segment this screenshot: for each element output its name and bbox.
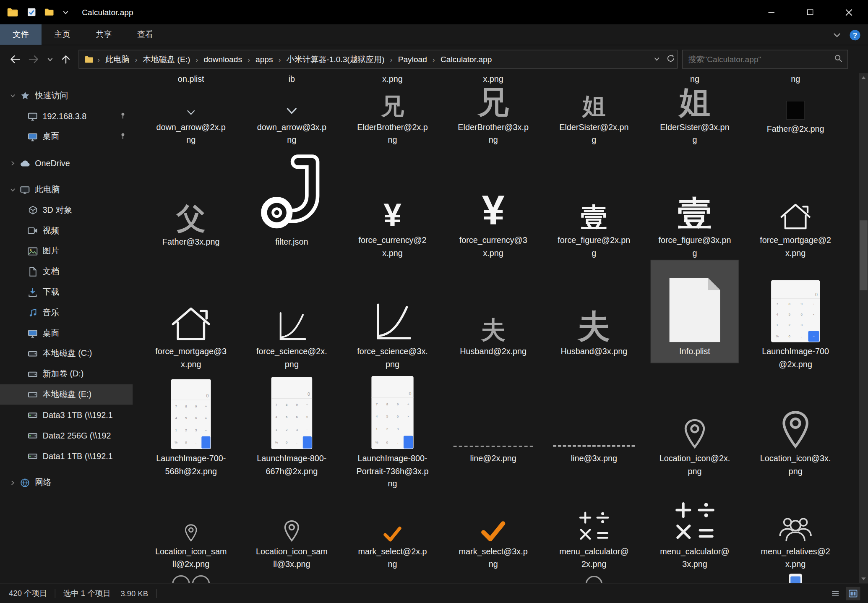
- file-tile[interactable]: Location_icon_samll@2x.png: [141, 498, 241, 572]
- file-tile[interactable]: down_arrow@3x.png: [241, 86, 342, 146]
- file-tile[interactable]: 夫Husband@3x.png: [544, 259, 644, 371]
- ribbon-tab-home[interactable]: 主页: [42, 24, 83, 45]
- file-tile[interactable]: menu_calculator@2x.png: [544, 498, 644, 572]
- breadcrumb-separator-icon[interactable]: ›: [432, 55, 435, 63]
- sidebar-item-data1[interactable]: Data1 1TB (\\192.1: [0, 446, 133, 466]
- file-tile[interactable]: 姐ElderSister@3x.png: [644, 86, 745, 146]
- file-tile[interactable]: ¥force_currency@2x.png: [342, 146, 443, 259]
- file-tile[interactable]: 0789÷456×123−%0.=LaunchImage-700-568h@2x…: [141, 371, 241, 498]
- minimize-button[interactable]: [752, 0, 790, 24]
- address-dropdown-icon[interactable]: [654, 54, 660, 64]
- expander-icon[interactable]: [8, 187, 18, 192]
- qat-dropdown-icon[interactable]: [63, 9, 69, 16]
- file-tile[interactable]: 壹force_figure@2x.png: [544, 146, 644, 259]
- breadcrumb-separator-icon[interactable]: ›: [389, 55, 393, 63]
- sidebar-item-videos[interactable]: 视频: [0, 220, 133, 241]
- breadcrumb-item[interactable]: 本地磁盘 (E:): [138, 54, 195, 65]
- sidebar-item-disk-d[interactable]: 新加卷 (D:): [0, 364, 133, 384]
- sidebar-item-desktop-pin[interactable]: 桌面: [0, 126, 133, 147]
- thumbnail-view-button[interactable]: [846, 587, 860, 600]
- file-tile[interactable]: Location_icon_samll@3x.png: [241, 498, 342, 572]
- breadcrumb-separator-icon[interactable]: ›: [278, 55, 281, 63]
- file-tile[interactable]: force_mortgage@3x.png: [141, 259, 241, 371]
- partial-file-icon[interactable]: [584, 573, 603, 583]
- file-tile[interactable]: Info.plist: [644, 259, 745, 371]
- file-tile[interactable]: mark_select@2x.png: [342, 498, 443, 572]
- ribbon-expand-icon[interactable]: [833, 30, 841, 40]
- sidebar-item-data2[interactable]: Data2 256G (\\192: [0, 425, 133, 446]
- file-tile[interactable]: Location_icon@2x.png: [644, 371, 745, 498]
- file-tile[interactable]: 0789÷456×123−%0.=LaunchImage-800-667h@2x…: [241, 371, 342, 498]
- file-tile[interactable]: 夫Husband@2x.png: [443, 259, 544, 371]
- sidebar-item-disk-e[interactable]: 本地磁盘 (E:): [0, 384, 133, 405]
- sidebar-item-desktop-2[interactable]: 桌面: [0, 323, 133, 343]
- file-tile[interactable]: force_science@3x.png: [342, 259, 443, 371]
- breadcrumb-item[interactable]: Calculator.app: [435, 55, 497, 64]
- file-tile[interactable]: 壹force_figure@3x.png: [644, 146, 745, 259]
- sidebar-item-quick-access[interactable]: 快速访问: [0, 85, 133, 106]
- breadcrumb-separator-icon[interactable]: ›: [195, 55, 198, 63]
- file-tile[interactable]: line@2x.png: [443, 371, 544, 498]
- file-tile[interactable]: 兄ElderBrother@2x.png: [342, 86, 443, 146]
- file-tile[interactable]: 0789÷456×123−%0.=LaunchImage-800-Portrai…: [342, 371, 443, 498]
- back-button[interactable]: [5, 50, 24, 69]
- search-icon[interactable]: [834, 54, 843, 65]
- sidebar-item-data3[interactable]: Data3 1TB (\\192.1: [0, 405, 133, 425]
- help-button[interactable]: ?: [850, 30, 860, 40]
- vertical-scrollbar[interactable]: [859, 73, 868, 583]
- file-tile[interactable]: 兄ElderBrother@3x.png: [443, 86, 544, 146]
- sidebar-item-downloads[interactable]: 下载: [0, 282, 133, 303]
- sidebar-item-network[interactable]: 网络: [0, 472, 133, 493]
- breadcrumb-item[interactable]: 此电脑: [100, 54, 134, 65]
- sidebar-item-onedrive[interactable]: OneDrive: [0, 153, 133, 173]
- file-tile[interactable]: 0789÷456×123−%0.=LaunchImage-700@2x.png: [745, 259, 846, 371]
- breadcrumb-item[interactable]: downloads: [199, 55, 247, 64]
- qat-newfolder-button[interactable]: [44, 8, 55, 16]
- file-tile[interactable]: 父Father@3x.png: [141, 146, 241, 259]
- file-tile[interactable]: Father@2x.png: [745, 86, 846, 146]
- file-tile[interactable]: down_arrow@2x.png: [141, 86, 241, 146]
- maximize-button[interactable]: [790, 0, 829, 24]
- sidebar-item-3d-objects[interactable]: 3D 对象: [0, 200, 133, 220]
- file-tile[interactable]: filter.json: [241, 146, 342, 259]
- breadcrumb-item[interactable]: apps: [250, 55, 278, 64]
- ribbon-tab-share[interactable]: 共享: [83, 24, 125, 45]
- file-tile[interactable]: line@3x.png: [544, 371, 644, 498]
- breadcrumb-item[interactable]: 小米计算器-1.0.3(越狱应用): [282, 54, 390, 65]
- expander-icon[interactable]: [8, 480, 18, 485]
- scroll-up-icon[interactable]: [859, 73, 868, 82]
- sidebar-item-this-pc[interactable]: 此电脑: [0, 180, 133, 200]
- up-button[interactable]: [57, 50, 76, 69]
- details-view-button[interactable]: [828, 587, 842, 600]
- qat-properties-button[interactable]: [27, 8, 36, 16]
- breadcrumb-separator-icon[interactable]: ›: [247, 55, 250, 63]
- file-tile[interactable]: mark_select@3x.png: [443, 498, 544, 572]
- sidebar-item-remote-pc[interactable]: 192.168.3.8: [0, 106, 133, 126]
- breadcrumb-separator-icon[interactable]: ›: [134, 55, 138, 63]
- breadcrumb-item[interactable]: Payload: [393, 55, 432, 64]
- close-button[interactable]: [829, 0, 868, 24]
- scrollbar-thumb[interactable]: [860, 220, 867, 290]
- scroll-down-icon[interactable]: [859, 574, 868, 583]
- sidebar-item-pictures[interactable]: 图片: [0, 241, 133, 261]
- partial-file-icon[interactable]: [170, 573, 212, 583]
- file-tile[interactable]: menu_calculator@3x.png: [644, 498, 745, 572]
- file-tile[interactable]: menu_relatives@2x.png: [745, 498, 846, 572]
- sidebar-item-disk-c[interactable]: 本地磁盘 (C:): [0, 343, 133, 364]
- file-tile[interactable]: force_mortgage@2x.png: [745, 146, 846, 259]
- sidebar-item-documents[interactable]: 文档: [0, 261, 133, 282]
- search-input[interactable]: [683, 55, 847, 64]
- expander-icon[interactable]: [8, 93, 18, 98]
- file-tile[interactable]: Location_icon@3x.png: [745, 371, 846, 498]
- refresh-icon[interactable]: [667, 54, 675, 65]
- expander-icon[interactable]: [8, 160, 18, 166]
- sidebar-item-music[interactable]: 音乐: [0, 302, 133, 323]
- ribbon-tab-view[interactable]: 查看: [125, 24, 166, 45]
- recent-locations-icon[interactable]: [43, 50, 57, 69]
- file-tile[interactable]: 姐ElderSister@2x.png: [544, 86, 644, 146]
- ribbon-tab-file[interactable]: 文件: [0, 24, 42, 45]
- forward-button[interactable]: [24, 50, 43, 69]
- partial-file-icon[interactable]: [788, 573, 803, 583]
- file-tile[interactable]: force_science@2x.png: [241, 259, 342, 371]
- file-tile[interactable]: ¥force_currency@3x.png: [443, 146, 544, 259]
